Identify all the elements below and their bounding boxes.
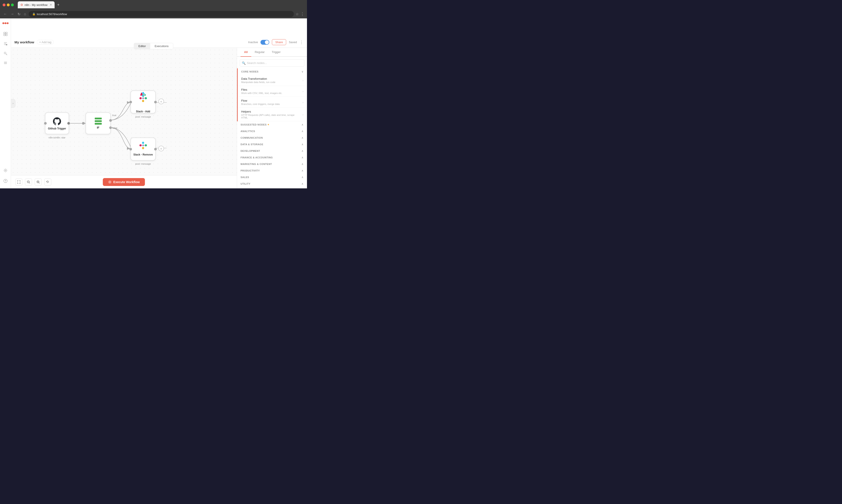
tab-executions[interactable]: Executions: [150, 43, 173, 49]
zoom-out-button[interactable]: [25, 179, 32, 185]
reload-button[interactable]: ↻: [17, 11, 21, 17]
add-tag-button[interactable]: + Add tag: [37, 40, 54, 44]
tab-icon: ⚙: [20, 3, 23, 6]
svg-point-11: [5, 170, 6, 171]
settings-icon: [3, 168, 8, 173]
sidebar-item-executions[interactable]: [2, 40, 10, 48]
address-bar[interactable]: 🔒 localhost:5678/workflow: [29, 11, 294, 17]
sales-section[interactable]: SALES ∧: [237, 174, 307, 180]
slack-remove-right-connector: [154, 148, 157, 150]
app-container: My workflow + Add tag Inactive Share Sav…: [0, 18, 307, 188]
analytics-section[interactable]: ANALYTICS ∧: [237, 128, 307, 134]
communication-section[interactable]: COMMUNICATION ∧: [237, 134, 307, 141]
collapse-sidebar-button[interactable]: ›: [11, 99, 15, 108]
slack-add-node[interactable]: Slack - Add: [131, 90, 156, 113]
node-search-input[interactable]: [240, 59, 304, 67]
active-tab[interactable]: ⚙ n8n - My workflow ✕: [18, 1, 55, 8]
svg-point-40: [145, 144, 147, 146]
back-button[interactable]: ←: [3, 11, 8, 17]
sidebar-item-settings[interactable]: [2, 166, 10, 174]
svg-point-33: [142, 100, 144, 102]
helpers-text: Helpers HTTP Requests (API calls), date …: [241, 110, 300, 119]
undo-button[interactable]: [44, 179, 51, 185]
miscellaneous-section[interactable]: MISCELLANEOUS ∧: [237, 187, 307, 188]
slack-add-plus-button[interactable]: +: [158, 98, 164, 104]
development-section[interactable]: DEVELOPMENT ∧: [237, 148, 307, 154]
right-panel: All Regular Trigger 🔍 CORE NODES ∨ Data …: [237, 48, 307, 188]
fit-view-button[interactable]: [15, 179, 22, 185]
slack-remove-sublabel: post: message: [135, 163, 151, 165]
svg-point-27: [139, 97, 142, 100]
zoom-out-icon: [27, 180, 30, 184]
minimize-button[interactable]: [7, 3, 10, 6]
tab-all[interactable]: All: [241, 48, 251, 57]
data-transformation-item[interactable]: Data Transformation Manipulate data fiel…: [238, 75, 307, 86]
browser-addressbar: ← → ↻ ⌂ 🔒 localhost:5678/workflow ☆ ⋮: [0, 10, 307, 18]
utility-section[interactable]: UTILITY ∧: [237, 180, 307, 187]
sidebar-item-credentials[interactable]: [2, 49, 10, 57]
close-button[interactable]: [3, 3, 5, 6]
home-button[interactable]: ⌂: [23, 11, 27, 17]
sidebar-item-templates[interactable]: [2, 59, 10, 67]
tab-title: n8n - My workflow: [24, 3, 48, 6]
executions-icon: [3, 41, 8, 46]
utility-arrow: ∧: [302, 182, 304, 185]
tab-close-button[interactable]: ✕: [50, 3, 52, 6]
sales-title: SALES: [241, 176, 249, 179]
new-tab-button[interactable]: +: [55, 2, 62, 8]
marketing-content-section[interactable]: MARKETING & CONTENT ∧: [237, 161, 307, 167]
search-icon: 🔍: [242, 61, 245, 65]
helpers-item[interactable]: Helpers HTTP Requests (API calls), date …: [238, 108, 307, 121]
slack-remove-node[interactable]: Slack - Remove: [131, 138, 156, 161]
execute-workflow-button[interactable]: Execute Workflow: [103, 178, 145, 186]
helpers-desc: HTTP Requests (API calls), date and time…: [241, 114, 300, 119]
slack-add-right-connector: [154, 101, 157, 103]
suggested-nodes-header[interactable]: SUGGESTED NODES ✦ ∧: [237, 121, 307, 128]
github-trigger-node[interactable]: Github Trigger: [45, 112, 69, 134]
if-node[interactable]: IF: [86, 112, 111, 134]
if-false-connector: [109, 126, 112, 129]
slack-add-label: Slack - Add: [136, 110, 150, 113]
share-button[interactable]: Share: [272, 39, 286, 45]
browser-menu-button[interactable]: ⋮: [300, 12, 304, 16]
left-sidebar: [0, 18, 11, 188]
files-arrow: ›: [303, 90, 304, 93]
files-item[interactable]: Files Work with CSV, XML, text, images e…: [238, 86, 307, 97]
bookmark-button[interactable]: ☆: [296, 12, 299, 16]
active-toggle[interactable]: [260, 40, 269, 45]
workflow-title: My workflow: [15, 40, 34, 44]
workflow-canvas[interactable]: Github Trigger n8n-io/n8n: star IF: [11, 48, 237, 188]
flow-desc: Branches, core triggers, merge data: [241, 103, 300, 105]
slack-colors: [138, 93, 148, 103]
inactive-label: Inactive: [248, 40, 258, 44]
svg-point-1: [5, 22, 6, 24]
data-transformation-title: Data Transformation: [241, 77, 300, 80]
communication-arrow: ∧: [302, 136, 304, 139]
more-options-button[interactable]: ⋮: [299, 40, 304, 45]
productivity-section[interactable]: PRODUCTIVITY ∧: [237, 167, 307, 174]
forward-button[interactable]: →: [10, 11, 15, 17]
flow-text: Flow Branches, core triggers, merge data: [241, 99, 300, 105]
svg-point-42: [142, 142, 144, 144]
saved-label: Saved: [289, 40, 297, 44]
tab-editor[interactable]: Editor: [134, 43, 150, 49]
browser-titlebar: ⚙ n8n - My workflow ✕ +: [0, 0, 307, 10]
tab-regular[interactable]: Regular: [251, 48, 269, 56]
core-nodes-title: CORE NODES: [241, 70, 259, 73]
svg-rect-36: [142, 97, 144, 100]
slack-remove-plus-button[interactable]: +: [158, 146, 164, 151]
maximize-button[interactable]: [11, 3, 14, 6]
flow-item[interactable]: Flow Branches, core triggers, merge data…: [238, 97, 307, 108]
data-storage-section[interactable]: DATA & STORAGE ∧: [237, 141, 307, 148]
core-nodes-header[interactable]: CORE NODES ∨: [238, 68, 307, 75]
finance-accounting-title: FINANCE & ACCOUNTING: [241, 156, 273, 159]
sidebar-item-workflows[interactable]: [2, 30, 10, 38]
grid-icon: [3, 32, 8, 36]
zoom-in-button[interactable]: [35, 179, 42, 185]
svg-rect-8: [6, 34, 7, 36]
sidebar-item-help[interactable]: [2, 177, 10, 185]
tab-trigger[interactable]: Trigger: [268, 48, 284, 56]
lock-icon: 🔒: [32, 13, 35, 16]
finance-accounting-section[interactable]: FINANCE & ACCOUNTING ∧: [237, 154, 307, 161]
svg-rect-7: [4, 34, 5, 36]
